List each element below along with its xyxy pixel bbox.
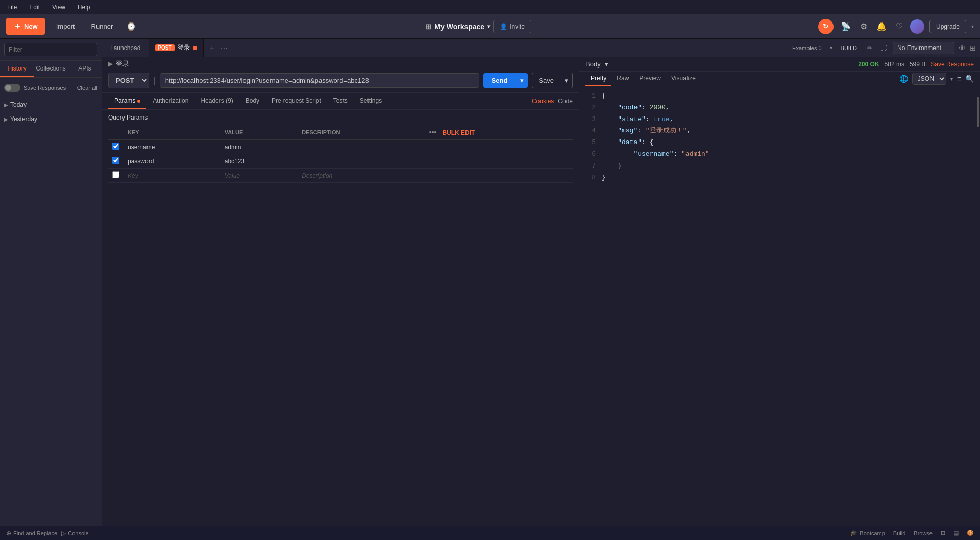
req-tab-body[interactable]: Body (239, 93, 265, 109)
menu-view[interactable]: View (49, 3, 68, 12)
sidebar-tab-apis[interactable]: APIs (68, 61, 102, 77)
send-button[interactable]: Send (483, 73, 516, 88)
request-expand-icon[interactable]: ▶ (108, 60, 113, 67)
tab-request[interactable]: POST 登录 (149, 39, 203, 57)
radio-icon[interactable]: 📡 (839, 19, 853, 33)
row-1-value[interactable]: admin (220, 140, 298, 154)
code-link[interactable]: Code (558, 98, 573, 105)
menu-edit[interactable]: Edit (26, 3, 43, 12)
heart-icon[interactable]: ♡ (894, 19, 905, 33)
new-button[interactable]: ＋ New (6, 18, 45, 35)
req-tab-settings[interactable]: Settings (354, 93, 388, 109)
resp-tab-preview[interactable]: Preview (634, 72, 666, 86)
sidebar-tab-history[interactable]: History (0, 61, 34, 77)
code-line-4: 4 "msg": "登录成功！", (579, 125, 976, 137)
request-bar: POST GET | Send ▾ Save ▾ (102, 68, 579, 93)
history-icon[interactable]: ⌚ (124, 19, 138, 33)
save-dropdown-button[interactable]: ▾ (560, 73, 573, 88)
workspace-dropdown-icon: ▾ (487, 24, 490, 29)
clear-all-button[interactable]: Clear all (77, 85, 97, 91)
notification-icon[interactable]: 🔔 (874, 19, 889, 33)
req-tab-params[interactable]: Params (108, 93, 146, 109)
send-dropdown-button[interactable]: ▾ (516, 73, 528, 88)
format-dropdown-icon[interactable]: ▾ (950, 76, 953, 82)
response-scrollbar[interactable] (976, 86, 980, 526)
row-2-checkbox-cell (108, 154, 124, 169)
search-response-icon[interactable]: 🔍 (965, 75, 974, 83)
tab-add-button[interactable]: + (208, 43, 216, 53)
browse-status-button[interactable]: Browse (914, 530, 933, 536)
row-2-key[interactable]: password (124, 154, 220, 169)
row-1-description[interactable] (298, 140, 425, 154)
sync-icon[interactable]: ↻ (818, 19, 834, 34)
table-view-icon[interactable]: ▤ (953, 530, 959, 536)
row-1-checkbox[interactable] (112, 143, 119, 150)
row-empty-checkbox[interactable] (112, 171, 119, 178)
th-value: VALUE (220, 125, 298, 140)
bootcamp-button[interactable]: 🎓 Bootcamp (850, 530, 885, 536)
invite-button[interactable]: 👤 Invite (493, 20, 531, 33)
req-tab-authorization[interactable]: Authorization (146, 93, 194, 109)
history-group-today-title[interactable]: ▶ Today (4, 99, 97, 110)
toolbar-right: ↻ 📡 ⚙ 🔔 ♡ Upgrade ▾ (818, 19, 974, 34)
req-tab-prerequest[interactable]: Pre-request Script (265, 93, 327, 109)
method-select[interactable]: POST GET (108, 73, 149, 88)
find-replace-button[interactable]: ⊕ Find and Replace (6, 530, 57, 537)
import-button[interactable]: Import (51, 20, 80, 33)
req-tab-headers[interactable]: Headers (9) (194, 93, 239, 109)
params-more-button[interactable]: ••• (429, 128, 437, 136)
save-responses-toggle[interactable] (4, 84, 20, 92)
cookies-link[interactable]: Cookies (532, 98, 554, 105)
bulk-edit-button[interactable]: Bulk Edit (442, 129, 475, 136)
resp-tab-visualize[interactable]: Visualize (666, 72, 701, 86)
save-button[interactable]: Save (532, 73, 560, 88)
upgrade-button[interactable]: Upgrade (929, 20, 966, 33)
resp-tab-pretty[interactable]: Pretty (585, 72, 611, 86)
settings-icon[interactable]: ⚙ (858, 19, 869, 33)
code-line-5: 5 "data": { (579, 137, 976, 149)
settings-env-icon[interactable]: ⊞ (970, 44, 976, 52)
row-empty-key[interactable]: Key (124, 169, 220, 183)
row-2-value[interactable]: abc123 (220, 154, 298, 169)
cookie-icon[interactable]: 🍪 (967, 530, 974, 536)
tab-more-button[interactable]: ··· (218, 43, 229, 53)
tab-launchpad[interactable]: Launchpad (102, 39, 149, 57)
req-tab-tests[interactable]: Tests (327, 93, 354, 109)
row-2-description[interactable] (298, 154, 425, 169)
sidebar-tab-collections[interactable]: Collections (34, 61, 68, 77)
build-button[interactable]: BUILD (837, 43, 861, 53)
build-status-button[interactable]: Build (893, 530, 905, 536)
upgrade-dropdown-icon[interactable]: ▾ (971, 24, 974, 29)
grid-view-icon[interactable]: ⊞ (941, 530, 945, 536)
avatar[interactable] (910, 19, 924, 34)
resize-icon[interactable]: ⛶ (878, 42, 889, 54)
edit-icon[interactable]: ✏ (865, 42, 874, 54)
row-1-key[interactable]: username (124, 140, 220, 154)
url-input[interactable] (160, 73, 479, 88)
split-layout: ▶ 登录 POST GET | Send ▾ Sav (102, 57, 980, 526)
examples-dropdown-icon[interactable]: ▾ (830, 45, 832, 51)
environment-dropdown[interactable]: No Environment (893, 42, 954, 54)
wrap-icon[interactable]: ≡ (957, 75, 961, 83)
row-empty-value[interactable]: Value (220, 169, 298, 183)
menu-file[interactable]: File (4, 3, 20, 12)
row-empty-description[interactable]: Description (298, 169, 425, 183)
history-group-yesterday-title[interactable]: ▶ Yesterday (4, 113, 97, 125)
tab-actions: + ··· (208, 43, 230, 53)
params-section: Query Params KEY VALUE DESCRIPTION ••• (102, 110, 579, 183)
resp-format-select[interactable]: JSON (912, 73, 946, 85)
console-button[interactable]: ▷ Console (61, 530, 88, 537)
body-dropdown-icon[interactable]: ▾ (605, 60, 608, 68)
row-2-checkbox[interactable] (112, 157, 119, 164)
code-line-6: 6 "username": "admin" (579, 149, 976, 160)
code-line-1: 1 { (579, 90, 976, 102)
sidebar-search-input[interactable] (4, 43, 97, 56)
save-response-button[interactable]: Save Response (930, 61, 974, 68)
content-area: Launchpad POST 登录 + ··· Examples 0 ▾ BUI… (102, 39, 980, 526)
runner-button[interactable]: Runner (86, 20, 118, 33)
eye-icon[interactable]: 👁 (959, 44, 966, 52)
resp-tab-raw[interactable]: Raw (611, 72, 634, 86)
status-bar: ⊕ Find and Replace ▷ Console 🎓 Bootcamp … (0, 526, 980, 540)
menu-help[interactable]: Help (75, 3, 93, 12)
workspace-selector[interactable]: ⊞ My Workspace ▾ (425, 22, 490, 31)
